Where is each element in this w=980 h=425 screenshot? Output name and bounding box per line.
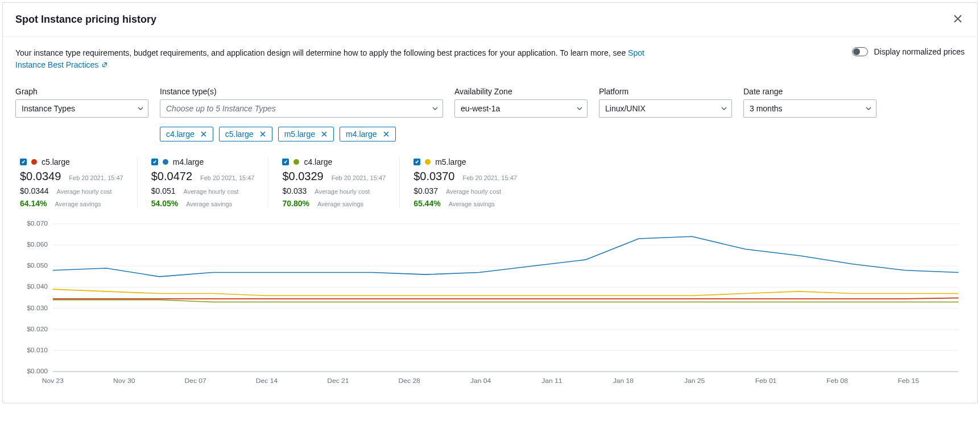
date-range-select[interactable]: 3 months — [743, 99, 876, 118]
close-button[interactable] — [951, 12, 965, 27]
close-icon — [953, 14, 962, 23]
series-line-m4-large — [53, 236, 958, 277]
savings-label: Average savings — [186, 201, 232, 207]
svg-text:$0.030: $0.030 — [27, 305, 48, 311]
current-price: $0.0370 — [413, 170, 454, 183]
series-name: c4.large — [304, 157, 332, 166]
svg-text:Jan 11: Jan 11 — [541, 377, 562, 384]
panel-body: Your instance type requirements, budget … — [3, 37, 977, 403]
savings-percent: 54.05% — [151, 199, 178, 208]
chip-label: m4.large — [346, 130, 377, 139]
svg-text:Dec 28: Dec 28 — [399, 377, 420, 384]
chevron-down-icon — [432, 106, 438, 111]
chip-c4-large[interactable]: c4.large — [160, 127, 213, 141]
pricing-chart: $0.000$0.010$0.020$0.030$0.040$0.050$0.0… — [15, 218, 965, 389]
intro-text-span: Your instance type requirements, budget … — [15, 48, 628, 57]
avg-price: $0.0344 — [20, 186, 49, 195]
svg-text:Nov 30: Nov 30 — [113, 377, 135, 384]
summary-card-c4-large: c4.large$0.0329Feb 20 2021, 15:47$0.033A… — [268, 157, 400, 208]
chip-label: c4.large — [166, 130, 195, 139]
remove-chip-icon[interactable] — [200, 131, 207, 138]
series-color-dot — [425, 159, 431, 165]
series-line-c5-large — [53, 298, 958, 298]
savings-percent: 70.80% — [282, 199, 309, 208]
series-name: m5.large — [435, 157, 466, 166]
platform-select[interactable]: Linux/UNIX — [599, 99, 732, 118]
filter-label-az: Availability Zone — [454, 87, 588, 96]
series-line-m5-large — [53, 289, 958, 295]
summary-cards: c5.large$0.0349Feb 20 2021, 15:47$0.0344… — [15, 157, 965, 208]
savings-label: Average savings — [449, 201, 495, 207]
avg-price: $0.037 — [413, 186, 438, 195]
svg-text:Feb 15: Feb 15 — [898, 377, 919, 384]
filter-label-graph: Graph — [15, 87, 148, 96]
filter-label-date-range: Date range — [743, 87, 876, 96]
chart-container: $0.000$0.010$0.020$0.030$0.040$0.050$0.0… — [15, 218, 965, 390]
normalized-prices-toggle[interactable] — [852, 47, 868, 56]
current-price: $0.0329 — [282, 170, 323, 183]
filter-label-platform: Platform — [599, 87, 732, 96]
filter-platform: Platform Linux/UNIX — [599, 87, 732, 141]
filter-instance-types: Instance type(s) Choose up to 5 Instance… — [160, 87, 443, 141]
filter-az: Availability Zone eu-west-1a — [454, 87, 588, 141]
svg-text:Jan 18: Jan 18 — [613, 377, 634, 384]
svg-text:$0.060: $0.060 — [27, 241, 48, 248]
summary-card-m5-large: m5.large$0.0370Feb 20 2021, 15:47$0.037A… — [400, 157, 531, 208]
avg-label: Average hourly cost — [57, 188, 112, 195]
filter-label-instance-types: Instance type(s) — [160, 87, 443, 96]
svg-text:$0.020: $0.020 — [27, 326, 48, 332]
svg-text:Jan 04: Jan 04 — [470, 377, 491, 384]
svg-text:$0.000: $0.000 — [27, 368, 48, 374]
series-color-dot — [31, 159, 37, 165]
svg-text:Dec 07: Dec 07 — [184, 377, 206, 384]
svg-text:Feb 08: Feb 08 — [826, 377, 848, 384]
series-checkbox[interactable] — [413, 159, 420, 165]
savings-percent: 64.14% — [20, 199, 47, 208]
savings-percent: 65.44% — [413, 199, 440, 208]
toggle-knob — [853, 48, 860, 55]
chip-label: m5.large — [284, 130, 315, 139]
avg-price: $0.033 — [282, 186, 307, 195]
price-timestamp: Feb 20 2021, 15:47 — [69, 174, 123, 181]
series-checkbox[interactable] — [20, 159, 27, 165]
summary-card-m4-large: m4.large$0.0472Feb 20 2021, 15:47$0.051A… — [138, 157, 269, 208]
remove-chip-icon[interactable] — [321, 131, 328, 138]
chip-c5-large[interactable]: c5.large — [219, 127, 272, 141]
series-checkbox[interactable] — [282, 159, 289, 165]
normalized-prices-toggle-wrap: Display normalized prices — [852, 47, 965, 56]
current-price: $0.0472 — [151, 170, 192, 183]
chip-m4-large[interactable]: m4.large — [340, 127, 395, 141]
series-name: c5.large — [42, 157, 70, 166]
price-timestamp: Feb 20 2021, 15:47 — [332, 174, 386, 181]
chip-m5-large[interactable]: m5.large — [278, 127, 334, 141]
series-color-dot — [293, 159, 299, 165]
current-price: $0.0349 — [20, 170, 61, 183]
panel-title: Spot Instance pricing history — [15, 14, 156, 26]
filter-graph: Graph Instance Types — [15, 87, 148, 141]
series-checkbox[interactable] — [151, 159, 158, 165]
svg-text:Nov 23: Nov 23 — [42, 377, 64, 384]
remove-chip-icon[interactable] — [383, 131, 390, 138]
intro-text: Your instance type requirements, budget … — [15, 47, 664, 71]
svg-text:$0.050: $0.050 — [27, 262, 48, 269]
graph-select-value: Instance Types — [22, 104, 75, 113]
az-select[interactable]: eu-west-1a — [454, 99, 588, 118]
price-timestamp: Feb 20 2021, 15:47 — [462, 174, 516, 181]
chevron-down-icon — [138, 106, 143, 111]
series-line-c4-large — [53, 300, 958, 302]
intro-row: Your instance type requirements, budget … — [15, 47, 965, 71]
series-color-dot — [163, 159, 168, 165]
instance-types-select[interactable]: Choose up to 5 Instance Types — [160, 99, 443, 118]
summary-card-c5-large: c5.large$0.0349Feb 20 2021, 15:47$0.0344… — [15, 157, 138, 208]
savings-label: Average savings — [55, 201, 101, 207]
panel-header: Spot Instance pricing history — [3, 3, 977, 37]
svg-text:Jan 25: Jan 25 — [684, 377, 705, 384]
graph-select[interactable]: Instance Types — [15, 99, 148, 118]
avg-label: Average hourly cost — [184, 188, 239, 195]
avg-label: Average hourly cost — [446, 188, 501, 195]
instance-types-placeholder: Choose up to 5 Instance Types — [166, 104, 276, 113]
remove-chip-icon[interactable] — [259, 131, 266, 138]
svg-text:Dec 14: Dec 14 — [256, 377, 278, 384]
chevron-down-icon — [721, 106, 727, 111]
filter-date-range: Date range 3 months — [743, 87, 876, 141]
